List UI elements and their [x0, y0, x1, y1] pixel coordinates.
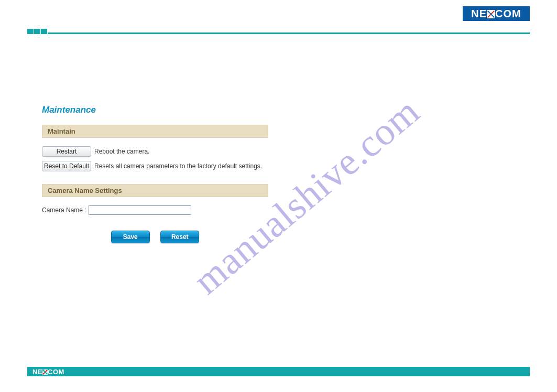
- content-area: Maintenance Maintain Restart Reboot the …: [42, 105, 268, 243]
- restart-desc: Reboot the camera.: [94, 148, 149, 155]
- camera-name-input[interactable]: [89, 205, 191, 215]
- footer-brand: NECOM: [32, 368, 64, 376]
- section-header-maintain: Maintain: [42, 125, 268, 138]
- restart-row: Restart Reboot the camera.: [42, 146, 268, 157]
- brand-logo-top: [463, 6, 530, 21]
- reset-default-row: Reset to Default Resets all camera param…: [42, 161, 268, 171]
- footer-decor: [521, 372, 530, 381]
- footer-x-icon: [42, 369, 48, 375]
- camera-name-row: Camera Name :: [42, 205, 268, 215]
- save-button[interactable]: Save: [111, 231, 150, 243]
- page-title: Maintenance: [42, 105, 268, 115]
- camera-name-label: Camera Name :: [42, 206, 86, 214]
- header-bar: [27, 29, 530, 34]
- reset-default-button[interactable]: Reset to Default: [42, 161, 91, 171]
- section-header-camera-name: Camera Name Settings: [42, 184, 268, 197]
- header-rule: [48, 32, 530, 34]
- reset-default-desc: Resets all camera parameters to the fact…: [94, 162, 262, 170]
- reset-button[interactable]: Reset: [160, 231, 199, 243]
- decor-block: [27, 29, 34, 34]
- decor-block: [34, 29, 40, 34]
- action-row: Save Reset: [42, 231, 268, 243]
- decor-block: [41, 29, 47, 34]
- footer-bar: NECOM: [27, 367, 530, 376]
- restart-button[interactable]: Restart: [42, 146, 91, 157]
- logo-x-icon: [487, 10, 495, 18]
- brand-logo-text: [471, 8, 521, 20]
